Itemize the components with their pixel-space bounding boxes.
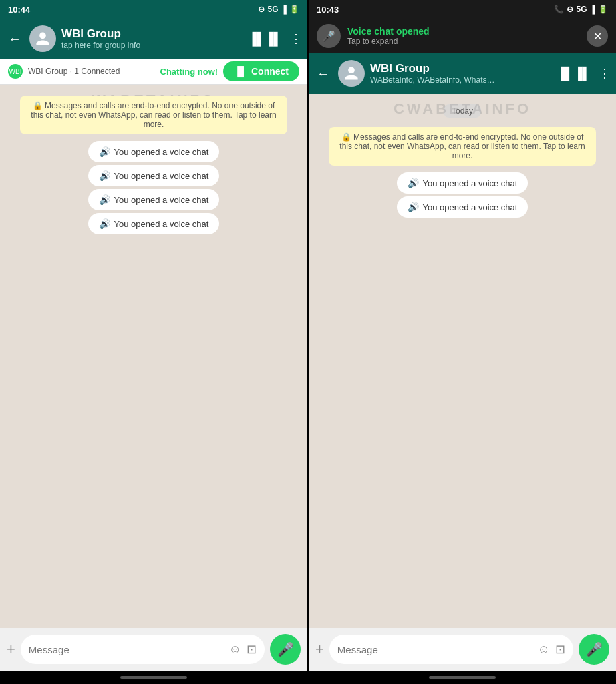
right-panel: 10:43 📞 ⊖ 5G ▐ 🔋 🎤 Voice chat opened Tap… xyxy=(309,0,616,684)
wbi-badge-text: WBI xyxy=(9,68,22,75)
right-mic-circle: 🎤 xyxy=(317,24,341,48)
vc-msg-text-4: You opened a voice chat xyxy=(114,219,209,229)
left-home-bar xyxy=(120,676,187,679)
right-message-input[interactable] xyxy=(337,644,532,655)
right-time: 10:43 xyxy=(317,5,339,15)
vc-msg-text-2: You opened a voice chat xyxy=(114,171,209,181)
left-chat-body: WABETAINFO 🔒 Messages and calls are end-… xyxy=(0,85,307,628)
right-emoji-icon[interactable]: ☺ xyxy=(538,643,550,657)
right-vc-msg-text-1: You opened a voice chat xyxy=(423,178,518,188)
vc-msg-text-3: You opened a voice chat xyxy=(114,195,209,205)
left-wbi-badge: WBI xyxy=(8,64,23,79)
right-encryption-notice[interactable]: 🔒 Messages and calls are end-to-end encr… xyxy=(329,127,596,166)
left-waveform-icon[interactable]: ▐▌▐▌ xyxy=(248,32,282,46)
right-wave-icon-1: 🔊 xyxy=(408,178,419,188)
right-mic-notif-icon: 🎤 xyxy=(322,30,335,43)
wave-icon-4: 🔊 xyxy=(99,218,110,229)
right-mic-icon: 🎤 xyxy=(586,641,603,657)
right-home-indicator xyxy=(309,671,616,684)
right-group-name: WBI Group xyxy=(370,62,551,75)
chatting-now-label: Chatting now! xyxy=(160,67,218,77)
wave-icon-2: 🔊 xyxy=(99,170,110,181)
right-battery-icon: 🔋 xyxy=(598,5,608,14)
left-chat-header: ← WBI Group tap here for group info ▐▌▐▌… xyxy=(0,19,307,59)
left-status-icons: ⊖ 5G ▐ 🔋 xyxy=(258,5,299,14)
left-back-button[interactable]: ← xyxy=(5,29,24,49)
right-close-icon: ✕ xyxy=(593,30,602,43)
right-input-bar: + ☺ ⊡ 🎤 xyxy=(309,628,616,671)
right-status-icons: 📞 ⊖ 5G ▐ 🔋 xyxy=(554,5,608,14)
right-dnd-icon: ⊖ xyxy=(567,5,573,14)
left-mic-button[interactable]: 🎤 xyxy=(270,634,301,665)
left-status-bar: 10:44 ⊖ 5G ▐ 🔋 xyxy=(0,0,307,19)
right-signal-icon: ▐ xyxy=(589,5,595,14)
right-vc-msg-2[interactable]: 🔊 You opened a voice chat xyxy=(397,196,528,218)
right-camera-icon[interactable]: ⊡ xyxy=(555,642,565,657)
left-vc-msg-2[interactable]: 🔊 You opened a voice chat xyxy=(88,165,220,186)
left-connect-button[interactable]: ▐▌ Connect xyxy=(223,61,299,81)
right-voice-notif-info: Voice chat opened Tap to expand xyxy=(347,26,580,46)
left-encryption-notice[interactable]: 🔒 Messages and calls are end-to-end encr… xyxy=(20,96,287,134)
right-more-icon[interactable]: ⋮ xyxy=(599,66,611,81)
left-time: 10:44 xyxy=(8,5,30,15)
left-vc-msg-1[interactable]: 🔊 You opened a voice chat xyxy=(88,141,220,162)
left-message-input[interactable] xyxy=(29,644,224,655)
right-header-info[interactable]: WBI Group WABetaInfo, WABetaInfo, Whats… xyxy=(370,62,551,85)
right-waveform-icon[interactable]: ▐▌▐▌ xyxy=(557,67,591,81)
left-header-icons: ▐▌▐▌ ⋮ xyxy=(248,31,302,46)
left-home-indicator xyxy=(0,671,307,684)
left-group-connected-text: WBI Group · 1 Connected xyxy=(28,67,120,76)
right-header-icons: ▐▌▐▌ ⋮ xyxy=(557,66,611,81)
left-group-info-bar: WBI WBI Group · 1 Connected Chatting now… xyxy=(0,59,307,85)
right-chat-body: CWABETAINFO Today 🔒 Messages and calls a… xyxy=(309,94,616,628)
right-vc-msg-1[interactable]: 🔊 You opened a voice chat xyxy=(397,172,528,194)
wave-icon-3: 🔊 xyxy=(99,194,110,205)
right-header-subtitle: WABetaInfo, WABetaInfo, Whats… xyxy=(370,75,551,85)
left-group-name: WBI Group xyxy=(61,27,243,41)
dnd-icon: ⊖ xyxy=(258,5,265,14)
right-input-field: ☺ ⊡ xyxy=(329,635,573,664)
left-vc-msg-3[interactable]: 🔊 You opened a voice chat xyxy=(88,189,220,210)
left-camera-icon[interactable]: ⊡ xyxy=(247,642,257,657)
left-input-field: ☺ ⊡ xyxy=(21,635,265,664)
connect-btn-label: Connect xyxy=(251,66,289,77)
left-plus-icon[interactable]: + xyxy=(7,641,15,658)
right-vc-msg-text-2: You opened a voice chat xyxy=(423,202,518,212)
right-mic-button[interactable]: 🎤 xyxy=(579,634,609,665)
left-input-bar: + ☺ ⊡ 🎤 xyxy=(0,628,307,671)
left-emoji-icon[interactable]: ☺ xyxy=(229,643,241,657)
wave-icon-1: 🔊 xyxy=(99,146,110,157)
right-status-bar: 10:43 📞 ⊖ 5G ▐ 🔋 xyxy=(309,0,616,19)
signal-bars-icon: ▐ xyxy=(281,5,287,14)
right-voice-notif-title: Voice chat opened xyxy=(347,26,580,37)
battery-icon: 🔋 xyxy=(289,5,299,14)
connect-wave-icon: ▐▌ xyxy=(234,66,247,77)
left-header-subtitle: tap here for group info xyxy=(61,41,243,50)
right-plus-icon[interactable]: + xyxy=(315,641,324,658)
right-date-chip: Today xyxy=(315,104,609,116)
right-voice-notif-bar[interactable]: 🎤 Voice chat opened Tap to expand ✕ xyxy=(309,19,616,53)
right-phone-icon: 📞 xyxy=(554,5,564,14)
left-mic-icon: 🎤 xyxy=(277,641,294,657)
right-home-bar xyxy=(429,676,496,679)
signal-text: 5G xyxy=(267,5,278,14)
left-avatar xyxy=(29,25,56,52)
right-close-button[interactable]: ✕ xyxy=(587,25,608,47)
right-date-label: Today xyxy=(444,104,481,118)
right-voice-notif-sub: Tap to expand xyxy=(347,37,580,46)
left-panel: 10:44 ⊖ 5G ▐ 🔋 ← WBI Group tap here for … xyxy=(0,0,307,684)
right-avatar xyxy=(338,60,365,87)
vc-msg-text-1: You opened a voice chat xyxy=(114,147,209,157)
right-5g-text: 5G xyxy=(576,5,587,14)
left-vc-msg-4[interactable]: 🔊 You opened a voice chat xyxy=(88,213,220,234)
right-wave-icon-2: 🔊 xyxy=(408,202,419,212)
right-back-button[interactable]: ← xyxy=(314,63,333,84)
left-more-icon[interactable]: ⋮ xyxy=(290,31,302,46)
left-header-info[interactable]: WBI Group tap here for group info xyxy=(61,27,243,50)
right-chat-header: ← WBI Group WABetaInfo, WABetaInfo, What… xyxy=(309,53,616,94)
